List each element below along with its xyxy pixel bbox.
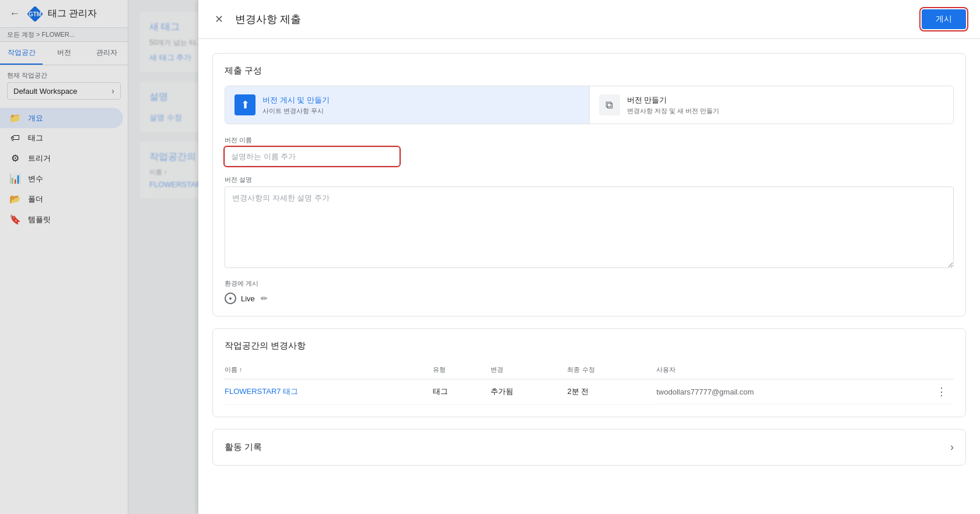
env-item: ● Live ✏ [225,293,954,304]
submit-changes-modal: ✕ 변경사항 제출 게시 제출 구성 ⬆ 버전 게시 및 만들기 사이트 변경사… [198,0,980,514]
modal-title: 변경사항 제출 [235,12,301,26]
publish-version-icon: ⬆ [235,94,256,115]
activity-row: 활동 기록 › [225,441,954,453]
col-last-modified: 최종 수정 [567,361,656,379]
publish-version-text: 버전 게시 및 만들기 사이트 변경사항 푸시 [262,95,330,115]
create-version-option[interactable]: ⧉ 버전 만들기 변경사항 저장 및 새 버전 만들기 [590,86,954,124]
modal-body: 제출 구성 ⬆ 버전 게시 및 만들기 사이트 변경사항 푸시 ⧉ 버전 만들기 [198,39,980,480]
modal-overlay: ✕ 변경사항 제출 게시 제출 구성 ⬆ 버전 게시 및 만들기 사이트 변경사… [0,0,980,514]
environment-section: 환경에 게시 ● Live ✏ [225,279,954,304]
env-name: Live [241,294,255,303]
col-user: 사용자 [656,361,954,379]
workspace-changes-title: 작업공간의 변경사항 [225,340,954,351]
publish-version-subtitle: 사이트 변경사항 푸시 [262,107,330,115]
more-options-icon[interactable]: ⋮ [936,385,947,398]
version-desc-field: 버전 설명 [225,175,954,270]
submit-config-title: 제출 구성 [225,65,954,76]
row-user-cell: twodollars77777@gmail.com ⋮ [656,379,954,404]
modal-close-button[interactable]: ✕ [212,10,226,28]
create-version-text: 버전 만들기 변경사항 저장 및 새 버전 만들기 [627,95,719,115]
version-desc-label: 버전 설명 [225,175,954,184]
activity-log-card[interactable]: 활동 기록 › [212,429,966,466]
changes-table: 이름 ↑ 유형 변경 최종 수정 사용자 FLOWERSTAR7 태그 태그 추… [225,361,954,405]
row-type: 태그 [433,379,490,405]
create-version-subtitle: 변경사항 저장 및 새 버전 만들기 [627,107,719,115]
version-name-input[interactable] [225,147,400,166]
col-name: 이름 ↑ [225,361,433,379]
version-name-field: 버전 이름 [225,136,954,166]
publish-button[interactable]: 게시 [922,9,966,29]
row-user: twodollars77777@gmail.com [656,388,754,396]
activity-log-title: 활동 기록 [225,442,262,453]
version-desc-textarea[interactable] [225,186,954,268]
row-last-modified: 2분 전 [567,379,656,405]
create-version-title: 버전 만들기 [627,95,719,105]
publish-version-option[interactable]: ⬆ 버전 게시 및 만들기 사이트 변경사항 푸시 [225,86,590,124]
activity-chevron-icon[interactable]: › [950,441,954,453]
publish-version-title: 버전 게시 및 만들기 [262,95,330,105]
env-label: 환경에 게시 [225,279,954,288]
modal-header: ✕ 변경사항 제출 게시 [198,0,980,39]
workspace-changes-card: 작업공간의 변경사항 이름 ↑ 유형 변경 최종 수정 사용자 FLO [212,328,966,417]
table-row: FLOWERSTAR7 태그 태그 추가됨 2분 전 twodollars777… [225,379,954,405]
create-version-icon: ⧉ [599,94,620,115]
row-change: 추가됨 [491,379,568,405]
env-edit-icon[interactable]: ✏ [260,293,269,304]
version-name-label: 버전 이름 [225,136,954,145]
col-change: 변경 [491,361,568,379]
col-type: 유형 [433,361,490,379]
tag-name-link[interactable]: FLOWERSTAR7 태그 [225,387,298,396]
submit-config-card: 제출 구성 ⬆ 버전 게시 및 만들기 사이트 변경사항 푸시 ⧉ 버전 만들기 [212,53,966,316]
env-indicator-icon: ● [225,293,236,304]
submit-options: ⬆ 버전 게시 및 만들기 사이트 변경사항 푸시 ⧉ 버전 만들기 변경사항 … [225,86,954,124]
